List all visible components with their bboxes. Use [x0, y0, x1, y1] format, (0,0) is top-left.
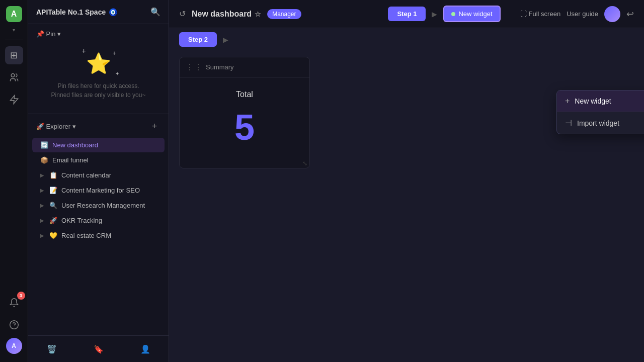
widget-total-label: Total — [236, 90, 253, 99]
manager-badge[interactable]: Manager — [267, 9, 301, 19]
user-guide-button[interactable]: User guide — [567, 10, 598, 18]
topbar-refresh-icon[interactable]: ↺ — [179, 9, 186, 19]
topbar: ↺ New dashboard ☆ Manager Step 1 ▶ New w… — [169, 0, 644, 28]
main-area: ↺ New dashboard ☆ Manager Step 1 ▶ New w… — [169, 0, 644, 362]
workspace-chevron[interactable]: ▾ — [0, 26, 28, 34]
dropdown-item-new-widget[interactable]: + New widget — [557, 90, 644, 112]
nav-item-label: Email funnel — [52, 156, 89, 164]
nav-item-arrow: ▶ — [40, 203, 44, 208]
widget-drag-handle[interactable]: ⋮⋮ Summary — [180, 57, 309, 77]
dropdown-import-widget-label: Import widget — [577, 119, 619, 127]
nav-item-label: Content Marketing for SEO — [61, 187, 140, 194]
new-widget-label: New widget — [458, 10, 492, 18]
nav-item-icon: 📝 — [49, 187, 57, 194]
sidebar-item-email-funnel[interactable]: 📦 Email funnel — [32, 153, 165, 167]
sidebar-delete-button[interactable]: 🗑️ — [43, 340, 61, 358]
user-avatar-rail[interactable]: A — [6, 338, 22, 354]
fullscreen-icon: ⛶ — [520, 10, 527, 18]
explorer-add-button[interactable]: + — [148, 120, 160, 132]
widget-title: Summary — [206, 63, 234, 71]
explorer-chevron: ▾ — [72, 123, 76, 130]
nav-item-label: Real estate CRM — [61, 232, 111, 239]
pin-chevron: ▾ — [57, 30, 61, 38]
pin-star-graphic: + ⭐ + ✦ — [86, 52, 111, 75]
widget-body: Total 5 — [180, 77, 309, 158]
nav-item-label: New dashboard — [52, 141, 98, 149]
sidebar-bookmark-button[interactable]: 🔖 — [90, 340, 108, 358]
step2-arrow-icon: ▶ — [223, 36, 228, 44]
step2-row: Step 2 ▶ — [169, 28, 644, 47]
dashboard-content: ⋮⋮ Summary Total 5 ⤡ + New widget ⊣ Impo… — [169, 47, 644, 362]
nav-item-arrow: ▶ — [40, 218, 44, 223]
topbar-star-icon[interactable]: ☆ — [255, 10, 261, 18]
rail-automation-icon[interactable] — [5, 90, 23, 109]
explorer-label[interactable]: 🚀 Explorer ▾ — [36, 123, 76, 130]
step2-button[interactable]: Step 2 — [179, 32, 217, 47]
widget-resize-area[interactable]: ⤡ — [180, 158, 309, 168]
help-icon[interactable] — [5, 316, 23, 334]
nav-item-arrow: ▶ — [40, 233, 44, 238]
fullscreen-label: Full screen — [529, 10, 561, 18]
workspace-avatar[interactable]: A — [6, 6, 22, 22]
sidebar-item-real-estate-crm[interactable]: ▶ 💛 Real estate CRM — [32, 228, 165, 243]
sidebar-bottom-bar: 🗑️ 🔖 👤 — [28, 335, 169, 362]
sidebar-item-content-calendar[interactable]: ▶ 📋 Content calendar — [32, 168, 165, 183]
nav-item-icon: 🚀 — [49, 217, 57, 224]
step1-arrow-icon: ▶ — [432, 10, 437, 18]
rail-members-icon[interactable] — [5, 68, 23, 86]
nav-item-label: OKR Tracking — [61, 217, 102, 224]
pin-empty-state: + ⭐ + ✦ Pin files here for quick access.… — [36, 44, 160, 108]
app-title: APITable No.1 Space 🧿 — [36, 8, 117, 16]
widget-status-dot — [451, 12, 455, 16]
nav-item-icon: 📋 — [49, 171, 57, 179]
app-title-text: APITable No.1 Space — [36, 8, 106, 16]
sidebar-search-icon[interactable]: 🔍 — [150, 7, 160, 17]
pin-label[interactable]: 📌 Pin ▾ — [36, 30, 160, 38]
nav-item-icon: 📦 — [40, 156, 48, 164]
sidebar-item-new-dashboard[interactable]: 🔄 New dashboard — [32, 138, 165, 152]
nav-item-label: User Research Management — [61, 202, 145, 209]
rail-table-icon[interactable]: ⊞ — [5, 46, 23, 64]
pin-hint-line2: Pinned files are only visible to you~ — [40, 90, 156, 100]
pin-section: 📌 Pin ▾ + ⭐ + ✦ Pin files here for quick… — [28, 24, 169, 114]
user-guide-label: User guide — [567, 10, 598, 18]
nav-item-icon: 🔍 — [49, 202, 57, 209]
topbar-title: New dashboard ☆ — [192, 10, 261, 19]
explorer-label-text: 🚀 Explorer — [36, 123, 70, 130]
topbar-undo-icon[interactable]: ↩ — [626, 9, 634, 20]
nav-item-icon: 💛 — [49, 232, 57, 239]
svg-point-1 — [10, 321, 18, 329]
nav-item-icon: 🔄 — [40, 141, 48, 149]
drag-dots-icon: ⋮⋮ — [186, 62, 203, 72]
topbar-user-avatar[interactable] — [604, 6, 620, 22]
nav-item-arrow: ▶ — [40, 172, 44, 178]
resize-handle-icon: ⤡ — [302, 160, 307, 167]
sidebar-user-button[interactable]: 👤 — [136, 340, 154, 358]
pin-label-text: 📌 Pin — [36, 30, 55, 38]
step1-button[interactable]: Step 1 — [388, 7, 426, 21]
nav-item-label: Content calendar — [61, 171, 111, 179]
nav-items-list: 🔄 New dashboard 📦 Email funnel ▶ 📋 Conte… — [28, 135, 169, 335]
icon-rail: A ▾ ⊞ 3 A — [0, 0, 28, 362]
new-widget-dropdown: + New widget ⊣ Import widget — [556, 90, 644, 134]
sidebar: APITable No.1 Space 🧿 🔍 📌 Pin ▾ + ⭐ + ✦ … — [28, 0, 169, 362]
explorer-section: 🚀 Explorer ▾ + — [28, 114, 169, 135]
pin-hint-line1: Pin files here for quick access. — [40, 81, 156, 90]
step1-label: Step 1 — [397, 10, 417, 18]
dropdown-import-icon: ⊣ — [565, 118, 572, 128]
sidebar-header: APITable No.1 Space 🧿 🔍 — [28, 0, 169, 24]
topbar-dashboard-title-text: New dashboard — [192, 10, 252, 19]
step2-label: Step 2 — [188, 36, 208, 43]
dropdown-new-widget-label: New widget — [575, 97, 611, 105]
dropdown-item-import-widget[interactable]: ⊣ Import widget — [557, 112, 644, 134]
notification-badge: 3 — [17, 292, 25, 300]
widget-value: 5 — [234, 109, 255, 145]
app-title-emoji: 🧿 — [109, 8, 117, 16]
sidebar-item-user-research[interactable]: ▶ 🔍 User Research Management — [32, 198, 165, 213]
fullscreen-button[interactable]: ⛶ Full screen — [520, 10, 561, 18]
notification-wrapper: 3 — [5, 294, 23, 312]
new-widget-button[interactable]: New widget — [443, 6, 500, 22]
svg-point-0 — [11, 74, 15, 77]
sidebar-item-okr-tracking[interactable]: ▶ 🚀 OKR Tracking — [32, 213, 165, 228]
sidebar-item-content-marketing[interactable]: ▶ 📝 Content Marketing for SEO — [32, 183, 165, 198]
